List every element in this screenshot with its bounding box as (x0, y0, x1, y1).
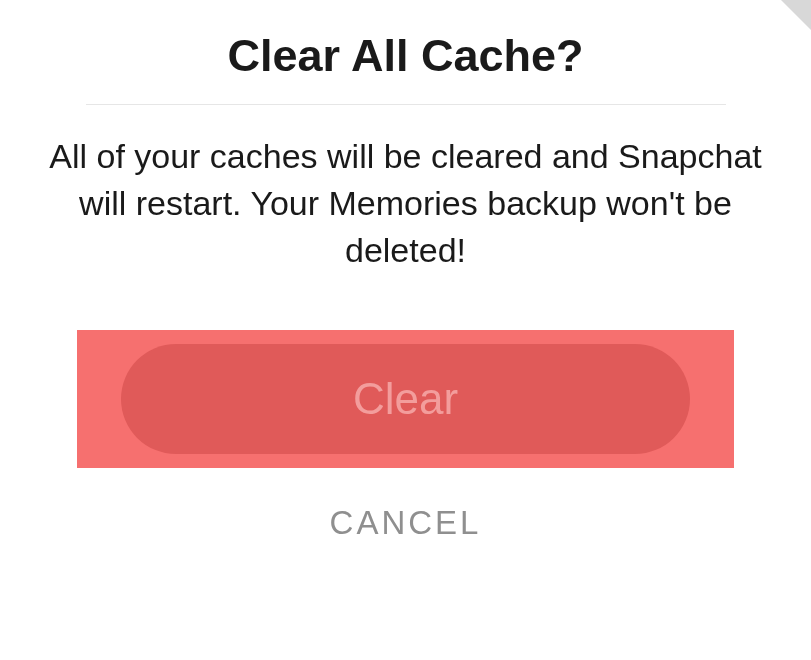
dialog-title: Clear All Cache? (228, 30, 584, 82)
corner-decoration (781, 0, 811, 30)
clear-button[interactable]: Clear (121, 344, 690, 454)
cancel-button[interactable]: CANCEL (330, 504, 482, 542)
clear-cache-dialog: Clear All Cache? All of your caches will… (0, 0, 811, 542)
dialog-message: All of your caches will be cleared and S… (0, 133, 811, 274)
highlight-box: Clear (77, 330, 734, 468)
divider (86, 104, 726, 105)
